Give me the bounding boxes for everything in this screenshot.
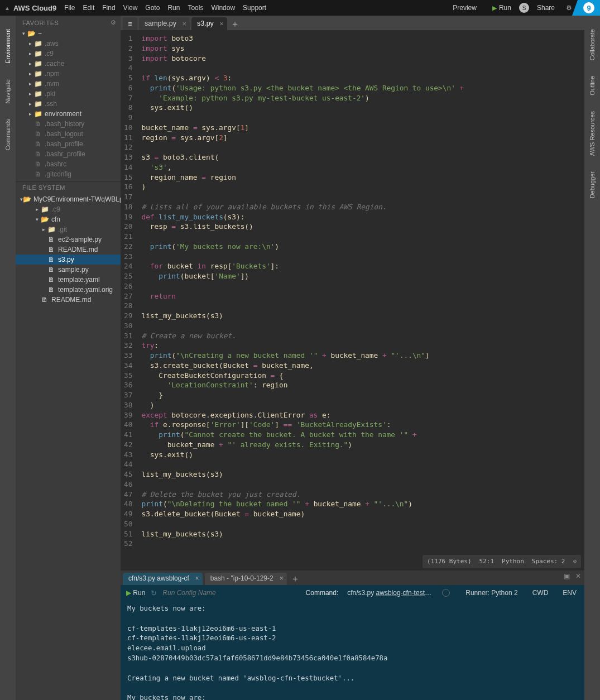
tree-item[interactable]: 🗎README.md (16, 244, 121, 255)
panel-tab[interactable]: bash - "ip-10-0-129-2× (205, 573, 287, 585)
file-icon: 🗎 (47, 276, 56, 284)
menu-tools[interactable]: Tools (188, 4, 203, 12)
rail-debugger[interactable]: Debugger (589, 171, 596, 198)
sidebar: FAVORITES ⚙ ▾📂~▸📁.aws▸📁.c9▸📁.cache▸📁.npm… (16, 16, 121, 700)
file-icon: 🗎 (33, 130, 42, 138)
editor-tabbar: ≡ sample.py×s3.py× ＋ (121, 16, 584, 30)
right-rail: CollaborateOutlineAWS ResourcesDebugger (584, 16, 600, 700)
gutter: 1234567891011121314151617181920212223242… (121, 30, 138, 570)
editor-settings-icon[interactable]: ⚙ (573, 557, 577, 567)
close-icon[interactable]: × (195, 574, 199, 582)
status-bytes: (1176 Bytes) (427, 557, 471, 567)
run-config-name-input[interactable] (162, 589, 224, 597)
rail-outline[interactable]: Outline (589, 76, 596, 95)
status-pos[interactable]: 52:1 (479, 557, 495, 567)
env-button[interactable]: ENV (563, 589, 577, 597)
panel-tabbar: cfn/s3.py awsblog-cf×bash - "ip-10-0-129… (121, 570, 584, 585)
tree-item[interactable]: 🗎.bash_history (16, 119, 121, 129)
close-icon[interactable]: × (219, 20, 224, 28)
tree-item[interactable]: 🗎s3.py (16, 255, 121, 265)
tree-item[interactable]: ▸📁.pki (16, 89, 121, 99)
cwd-button[interactable]: CWD (532, 589, 549, 597)
list-icon: ≡ (128, 20, 132, 28)
welcome-tab[interactable]: ≡ (123, 17, 137, 30)
share-button[interactable]: Share (537, 4, 555, 12)
file-icon: 🗎 (33, 140, 42, 148)
tree-item[interactable]: ▸📁.nvm (16, 79, 121, 89)
tree-item[interactable]: 🗎.bashr_profile (16, 149, 121, 159)
menu-window[interactable]: Window (211, 4, 235, 12)
folder-icon: 📁 (33, 110, 42, 118)
tree-env-root[interactable]: ▾📂MyC9Environment-TWqWBLp (16, 194, 121, 204)
tree-item[interactable]: ▸📁.aws (16, 39, 121, 49)
tree-item[interactable]: ▸📁.cache (16, 59, 121, 69)
filesystem-header: FILE SYSTEM (16, 181, 121, 192)
file-icon: 🗎 (33, 160, 42, 168)
code-area[interactable]: import boto3 import sys import botocore … (138, 30, 464, 570)
runner-select[interactable]: Runner: Python 2 (465, 589, 517, 597)
restart-icon[interactable]: ↻ (151, 589, 157, 597)
tree-item[interactable]: 🗎template.yaml (16, 275, 121, 285)
tree-item[interactable]: 🗎sample.py (16, 265, 121, 275)
tree-item[interactable]: 🗎.bash_profile (16, 139, 121, 149)
tree-item[interactable]: 🗎.bashrc (16, 159, 121, 169)
menu-file[interactable]: File (64, 4, 75, 12)
rail-commands[interactable]: Commands (4, 119, 11, 150)
new-tab-button[interactable]: ＋ (229, 18, 241, 30)
folder-icon: 📁 (33, 60, 42, 68)
tree-item[interactable]: ▸📁.c9 (16, 49, 121, 59)
menu-edit[interactable]: Edit (83, 4, 95, 12)
menubar: ▲ AWS Cloud9 FileEditFindViewGotoRunTool… (0, 0, 600, 16)
play-icon: ▶ (126, 589, 131, 597)
tree-item[interactable]: ▸📁environment (16, 109, 121, 119)
panel-maximize-icon[interactable]: ▣ (564, 572, 570, 580)
preview-button[interactable]: Preview (453, 4, 477, 12)
rail-aws-resources[interactable]: AWS Resources (589, 111, 596, 156)
sidebar-settings-icon[interactable]: ⚙ (111, 19, 117, 26)
menu-goto[interactable]: Goto (145, 4, 160, 12)
tree-item[interactable]: 🗎.bash_logout (16, 129, 121, 139)
tree-item[interactable]: ▸📁.npm (16, 69, 121, 79)
run-button[interactable]: ▶Run (492, 4, 511, 12)
menu-support[interactable]: Support (243, 4, 266, 12)
folder-icon: 📁 (47, 226, 56, 233)
cloud9-logo[interactable]: 9 (578, 0, 600, 16)
tree-item[interactable]: ▸📁.ssh (16, 99, 121, 109)
command-value[interactable]: cfn/s3.py awsblog-cfn-testbuck (347, 589, 432, 597)
settings-gear-icon[interactable]: ⚙ (566, 4, 572, 12)
menu-run[interactable]: Run (167, 4, 180, 12)
tree-item[interactable]: 🗎ec2-sample.py (16, 234, 121, 244)
folder-icon: 📁 (33, 90, 42, 98)
tree-item[interactable]: ▸📁.git (16, 224, 121, 234)
panel-tab[interactable]: cfn/s3.py awsblog-cf× (123, 573, 203, 585)
tree-home[interactable]: ▾📂~ (16, 28, 121, 39)
debug-toggle-icon[interactable] (442, 589, 450, 597)
panel-new-tab-button[interactable]: ＋ (289, 573, 301, 585)
avatar[interactable]: S (519, 3, 529, 13)
rail-navigate[interactable]: Navigate (4, 79, 11, 103)
editor-tab[interactable]: sample.py× (139, 17, 190, 30)
close-icon[interactable]: × (182, 20, 186, 28)
tree-item[interactable]: ▾📂cfn (16, 214, 121, 224)
menu-find[interactable]: Find (102, 4, 115, 12)
close-icon[interactable]: × (280, 574, 284, 582)
tree-item[interactable]: 🗎.gitconfig (16, 169, 121, 179)
code-editor[interactable]: 1234567891011121314151617181920212223242… (121, 30, 584, 570)
file-icon: 🗎 (33, 120, 42, 128)
tree-item[interactable]: ▸📁.c9 (16, 204, 121, 214)
status-spaces[interactable]: Spaces: 2 (532, 557, 565, 567)
rail-collaborate[interactable]: Collaborate (589, 29, 596, 60)
panel-close-icon[interactable]: ✕ (575, 572, 581, 580)
tree-item[interactable]: 🗎README.md (16, 295, 121, 305)
folder-icon: 📁 (33, 50, 42, 57)
rail-environment[interactable]: Environment (4, 29, 11, 64)
terminal-output[interactable]: My buckets now are: cf-templates-1lakj12… (121, 601, 584, 700)
folder-icon: 📁 (33, 70, 42, 78)
folder-icon: 📂 (23, 195, 31, 203)
cloud9-menu-icon[interactable]: ▲ (4, 5, 10, 11)
status-lang[interactable]: Python (502, 557, 524, 567)
tree-item[interactable]: 🗎template.yaml.orig (16, 285, 121, 295)
panel-run-button[interactable]: ▶ Run (126, 589, 145, 597)
menu-view[interactable]: View (123, 4, 138, 12)
editor-tab[interactable]: s3.py× (191, 17, 227, 30)
